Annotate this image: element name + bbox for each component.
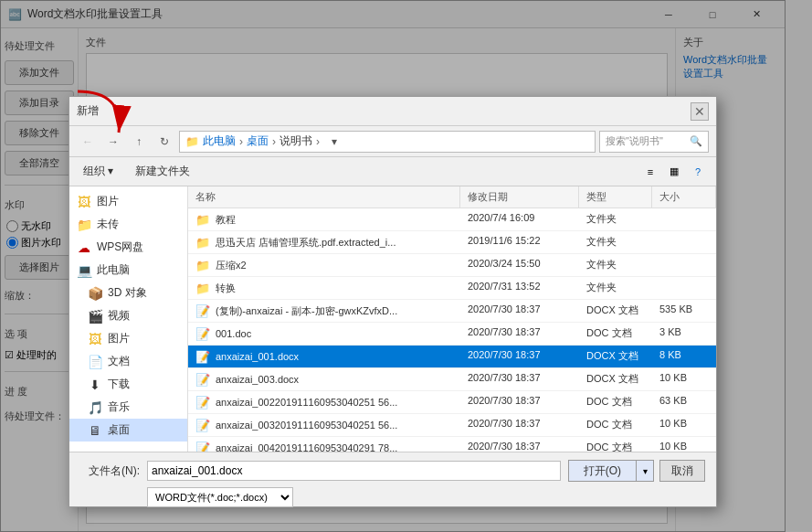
col-name[interactable]: 名称 [188, 186, 460, 207]
table-row[interactable]: 📝anxaizai_003.docx 2020/7/30 18:37 DOCX … [188, 368, 716, 391]
file-date: 2020/7/4 16:09 [460, 208, 579, 230]
breadcrumb-sep-3: › [316, 135, 320, 148]
file-type: DOCX 文档 [579, 300, 652, 322]
breadcrumb-icon: 📁 [185, 135, 199, 148]
file-icon: 📝 [195, 303, 210, 318]
back-btn[interactable]: ← [77, 131, 99, 153]
file-size: 3 KB [652, 323, 716, 345]
table-row[interactable]: 📝anxaizai_004201911160953040291 78... 20… [188, 437, 716, 452]
col-type[interactable]: 类型 [579, 186, 652, 207]
file-name: (复制)-anxaizai - 副本-加密-gwxKZvfxD... [216, 304, 397, 318]
nav-item-desktop[interactable]: 🖥 桌面 [69, 419, 187, 442]
table-row[interactable]: 📝anxaizai_003201911160953040251 56... 20… [188, 414, 716, 437]
nav-item-pictures[interactable]: 🖼 图片 [69, 190, 187, 213]
file-size: 10 KB [652, 414, 716, 436]
refresh-btn[interactable]: ↻ [153, 131, 175, 153]
file-name: anxaizai_002201911160953040251 56... [216, 397, 397, 408]
nav-item-pictures2[interactable]: 🖼 图片 [69, 327, 187, 350]
nav-item-videos-label: 视频 [108, 308, 130, 324]
table-row[interactable]: 📁教程 2020/7/4 16:09 文件夹 [188, 208, 716, 231]
search-bar[interactable]: 搜索"说明书" 🔍 [599, 131, 709, 153]
filetype-select[interactable]: WORD文件(*.doc;*.docx) [147, 487, 293, 507]
nav-item-weichuan[interactable]: 📁 未传 [69, 213, 187, 236]
file-date: 2020/7/30 18:37 [460, 414, 579, 436]
open-dropdown-btn[interactable]: ▾ [636, 460, 654, 482]
filename-input[interactable] [147, 461, 561, 481]
nav-item-music[interactable]: 🎵 音乐 [69, 396, 187, 419]
search-icon[interactable]: 🔍 [690, 135, 702, 147]
table-row[interactable]: 📁转换 2020/7/31 13:52 文件夹 [188, 277, 716, 300]
file-date: 2020/7/30 18:37 [460, 368, 579, 390]
nav-item-wps[interactable]: ☁ WPS网盘 [69, 236, 187, 259]
music-icon: 🎵 [88, 400, 102, 415]
dialog-close-btn[interactable]: ✕ [691, 102, 709, 121]
breadcrumb-desktop[interactable]: 桌面 [247, 133, 269, 149]
nav-item-desktop-label: 桌面 [108, 422, 130, 438]
table-row[interactable]: 📝001.doc 2020/7/30 18:37 DOC 文档 3 KB [188, 323, 716, 346]
organize-bar: 组织 ▾ 新建文件夹 ≡ ▦ ? [69, 157, 716, 186]
file-type: 文件夹 [579, 208, 652, 230]
filename-label: 文件名(N): [80, 463, 140, 479]
col-size[interactable]: 大小 [652, 186, 716, 207]
weichuan-icon: 📁 [77, 218, 91, 232]
file-date: 2020/7/30 18:37 [460, 391, 579, 413]
nav-item-downloads[interactable]: ⬇ 下载 [69, 373, 187, 396]
col-date[interactable]: 修改日期 [460, 186, 579, 207]
breadcrumb-computer[interactable]: 此电脑 [203, 133, 236, 149]
cancel-button[interactable]: 取消 [659, 460, 705, 482]
file-icon: 📝 [195, 349, 210, 364]
table-row[interactable]: 📁思迅天店 店铺管理系统.pdf.extracted_i... 2019/11/… [188, 231, 716, 254]
dialog-titlebar: 新增 ✕ [69, 97, 716, 126]
nav-item-thispc[interactable]: 💻 此电脑 [69, 259, 187, 282]
nav-item-wps-label: WPS网盘 [97, 239, 143, 255]
wps-icon: ☁ [77, 240, 91, 255]
nav-pane: 🖼 图片 📁 未传 ☁ WPS网盘 💻 此电脑 📦 3D 对象 🎬 视频 [69, 186, 188, 452]
file-icon: 📁 [195, 281, 210, 295]
file-size: 10 KB [652, 368, 716, 390]
file-size: 10 KB [652, 437, 716, 452]
table-row[interactable]: 📁压缩x2 2020/3/24 15:50 文件夹 [188, 254, 716, 277]
documents-icon: 📄 [88, 355, 102, 369]
table-row[interactable]: 📝(复制)-anxaizai - 副本-加密-gwxKZvfxD... 2020… [188, 300, 716, 323]
up-btn[interactable]: ↑ [128, 131, 150, 153]
file-name: anxaizai_004201911160953040291 78... [216, 442, 397, 452]
new-folder-btn[interactable]: 新建文件夹 [127, 160, 198, 183]
nav-item-pictures-label: 图片 [97, 194, 119, 209]
table-row[interactable]: 📝anxaizai_001.docx 2020/7/30 18:37 DOCX … [188, 346, 716, 368]
dialog-body: 🖼 图片 📁 未传 ☁ WPS网盘 💻 此电脑 📦 3D 对象 🎬 视频 [69, 186, 716, 452]
breadcrumb-current: 说明书 [279, 133, 312, 149]
nav-item-documents[interactable]: 📄 文档 [69, 350, 187, 373]
file-size [652, 208, 716, 230]
file-icon: 📁 [195, 212, 210, 227]
thispc-icon: 💻 [77, 263, 91, 278]
file-type: 文件夹 [579, 277, 652, 299]
file-date: 2020/3/24 15:50 [460, 254, 579, 276]
dialog-footer: 文件名(N): 打开(O) ▾ 取消 WORD文件(*.doc;*.docx) [69, 452, 716, 506]
view-btns: ≡ ▦ ? [639, 161, 709, 183]
breadcrumb-sep-1: › [239, 135, 243, 148]
forward-btn[interactable]: → [102, 131, 124, 153]
view-help-btn[interactable]: ? [687, 161, 709, 183]
dialog-toolbar: ← → ↑ ↻ 📁 此电脑 › 桌面 › 说明书 › ▾ 搜索"说明书" 🔍 [69, 126, 716, 157]
open-button[interactable]: 打开(O) [568, 460, 636, 482]
file-type: 文件夹 [579, 231, 652, 253]
file-date: 2020/7/30 18:37 [460, 346, 579, 367]
nav-item-3d[interactable]: 📦 3D 对象 [69, 282, 187, 304]
view-list-btn[interactable]: ≡ [639, 161, 661, 183]
nav-item-videos[interactable]: 🎬 视频 [69, 304, 187, 327]
nav-item-3d-label: 3D 对象 [108, 285, 147, 301]
downloads-icon: ⬇ [88, 378, 102, 392]
file-type: 文件夹 [579, 254, 652, 276]
pictures2-icon: 🖼 [88, 332, 102, 346]
file-list-pane: 名称 修改日期 类型 大小 📁教程 2020/7/4 16:09 文件夹 📁思迅… [188, 186, 716, 452]
file-type: DOC 文档 [579, 391, 652, 413]
organize-btn[interactable]: 组织 ▾ [77, 160, 120, 183]
breadcrumb-sep-2: › [272, 135, 276, 148]
table-row[interactable]: 📝anxaizai_002201911160953040251 56... 20… [188, 391, 716, 414]
view-details-btn[interactable]: ▦ [663, 161, 685, 183]
file-name: anxaizai_001.docx [216, 351, 299, 362]
breadcrumb-dropdown-btn[interactable]: ▾ [323, 131, 345, 153]
pictures-icon: 🖼 [77, 195, 91, 209]
file-icon: 📝 [195, 418, 210, 432]
file-date: 2019/11/6 15:22 [460, 231, 579, 253]
